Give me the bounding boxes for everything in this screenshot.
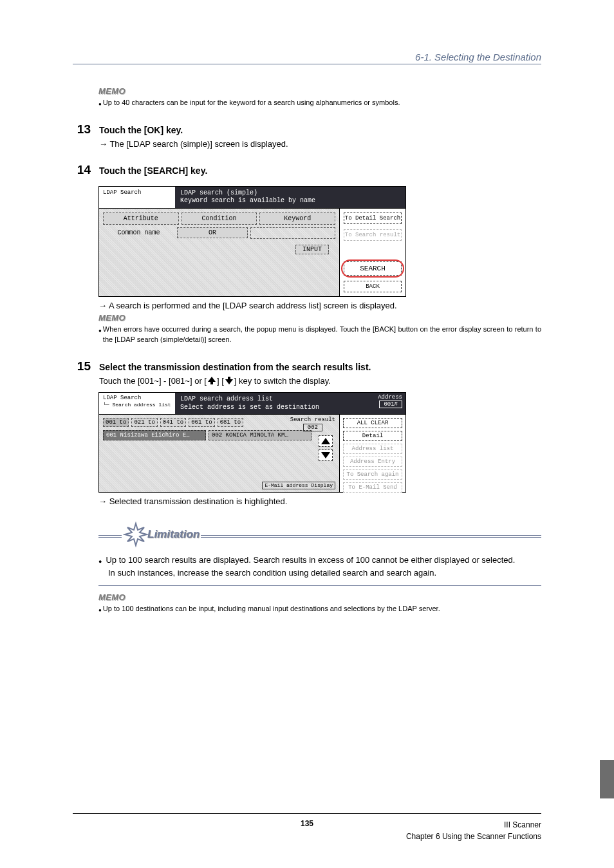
screen-title: LDAP Search [99,187,175,208]
search-result-count: Search result 002 [290,417,335,431]
condition-value[interactable]: OR [177,227,248,238]
memo-bullet: Up to 40 characters can be input for the… [98,97,541,108]
to-search-again-button[interactable]: To Search again [343,469,402,480]
range-tab[interactable]: 001 to [103,418,129,427]
step-number: 13 [73,122,91,137]
col-keyword: Keyword [259,212,335,225]
ldap-search-simple-screenshot: LDAP Search LDAP search (simple) Keyword… [98,186,406,297]
divider-icon [98,585,541,586]
svg-marker-3 [321,452,330,458]
to-detail-search-button[interactable]: To Detail Search [344,212,402,224]
bullet-dot-icon [98,97,102,108]
all-clear-button[interactable]: ALL CLEAR [343,418,402,428]
detail-button[interactable]: Detail [343,431,402,441]
limitation-label: Limitation [147,528,200,541]
svg-marker-2 [321,438,330,444]
divider-icon [201,535,541,538]
address-list-button[interactable]: Address list [343,444,402,454]
footer-part: III Scanner [406,819,541,831]
bullet-dot-icon [98,324,102,345]
memo-text: When errors have occurred during a searc… [103,324,541,345]
step-title: Touch the [OK] key. [99,125,541,135]
result-item[interactable]: 002 KONICA MINOLTA KM… [209,430,312,440]
step-title: Select the transmission destination from… [99,362,541,372]
bullet-dot-icon [98,554,102,567]
screen-banner: LDAP search (simple) Keyword search is a… [175,187,405,208]
divider-icon [98,535,122,538]
attr-value: Common name [103,229,174,236]
step-title: Touch the [SEARCH] key. [99,165,541,176]
col-condition: Condition [181,212,257,225]
address-count: Address 001# [364,393,405,414]
screen-title: LDAP Search └─ Search address list [99,393,175,414]
limitation-subtext: In such instances, increase the search c… [108,567,541,580]
screen-banner: LDAP search address list Select address … [175,393,364,414]
footer-chapter: Chapter 6 Using the Scanner Functions [406,831,541,842]
memo-label: MEMO [98,592,541,602]
step-number: 14 [73,163,91,177]
range-tab[interactable]: 041 to [160,418,186,427]
memo-bullet: Up to 100 destinations can be input, inc… [98,603,541,614]
svg-marker-1 [225,377,233,384]
limitation-bullet: Up to 100 search results are displayed. … [98,554,541,567]
svg-marker-0 [208,377,216,384]
keyword-field[interactable] [250,227,335,239]
email-display-label: E-Mail address Display [262,482,335,489]
side-thumb-tab [600,760,614,798]
page-footer: 135 III Scanner Chapter 6 Using the Scan… [73,813,541,842]
step-15: 15 Select the transmission destination f… [73,359,541,386]
scroll-down-button[interactable] [319,449,333,461]
col-attribute: Attribute [103,212,179,225]
input-button[interactable]: INPUT [295,245,329,254]
range-tab[interactable]: 061 to [189,418,214,427]
search-button[interactable]: SEARCH [344,261,402,276]
step-body-text: Touch the [001~] - [081~] or [] [] key t… [99,376,541,386]
step-result: The [LDAP search (simple)] screen is dis… [99,139,541,149]
limitation-box: Limitation Up to 100 search results are … [98,522,541,586]
up-arrow-icon [207,376,217,385]
back-button[interactable]: BACK [344,281,402,292]
step-14: 14 Touch the [SEARCH] key. [73,163,541,180]
section-header: 6-1. Selecting the Destination [73,52,541,64]
step-number: 15 [73,359,91,373]
address-entry-button[interactable]: Address Entry [343,457,402,467]
step-result: A search is performed and the [LDAP sear… [98,301,541,310]
scroll-up-button[interactable] [319,435,333,447]
memo-label: MEMO [98,313,541,323]
range-tab[interactable]: 081 to [218,418,243,427]
range-tab[interactable]: 021 to [131,418,157,427]
memo-text: Up to 100 destinations can be input, inc… [103,603,541,614]
step-result: Selected transmission destination is hig… [98,496,541,506]
to-email-send-button[interactable]: To E-Mail Send [343,482,402,493]
result-item[interactable]: 001 Nisizawa Eiichiro E… [103,430,206,440]
to-search-result-button[interactable]: To Search result [344,229,402,241]
ldap-search-address-list-screenshot: LDAP Search └─ Search address list LDAP … [98,392,406,493]
bullet-dot-icon [98,603,102,614]
star-burst-icon [123,522,149,547]
down-arrow-icon [224,376,234,385]
memo-label: MEMO [98,86,541,96]
memo-text: Up to 40 characters can be input for the… [103,97,541,108]
step-13: 13 Touch the [OK] key. The [LDAP search … [73,122,541,149]
memo-bullet: When errors have occurred during a searc… [98,324,541,345]
